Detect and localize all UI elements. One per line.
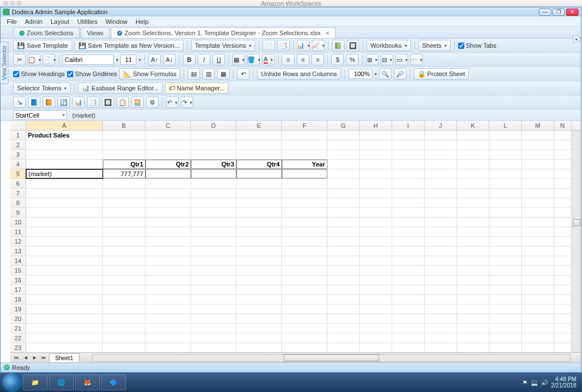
col-header-C[interactable]: C: [146, 121, 191, 130]
cell-H19[interactable]: [360, 305, 392, 314]
cell-G3[interactable]: [327, 150, 360, 159]
cell-G12[interactable]: [327, 237, 360, 246]
font-family-input[interactable]: [63, 55, 114, 65]
cell-K22[interactable]: [457, 333, 489, 343]
cell-D10[interactable]: [191, 218, 236, 227]
undo-button[interactable]: ↶: [237, 68, 250, 80]
cell-K15[interactable]: [457, 266, 489, 275]
cell-N20[interactable]: [554, 314, 571, 323]
cell-D8[interactable]: [191, 198, 236, 207]
row-header-20[interactable]: 20: [10, 314, 26, 323]
cell-F18[interactable]: [282, 295, 327, 304]
cell-A15[interactable]: [26, 266, 103, 275]
cell-F3[interactable]: [282, 150, 327, 159]
row-header-16[interactable]: 16: [10, 276, 26, 285]
show-formulas-button[interactable]: 📐 Show Formulas: [119, 68, 180, 80]
cell-I16[interactable]: [392, 276, 425, 285]
cell-F12[interactable]: [282, 237, 327, 246]
cell-H2[interactable]: [360, 140, 392, 149]
cell-M14[interactable]: [522, 256, 554, 265]
cell-E21[interactable]: [236, 324, 282, 333]
taskbar-explorer[interactable]: 📁: [23, 374, 48, 390]
cell-B16[interactable]: [103, 276, 146, 285]
cut-button[interactable]: ✂: [13, 54, 26, 65]
cell-M13[interactable]: [522, 247, 554, 256]
cell-F21[interactable]: [282, 324, 327, 333]
cell-K23[interactable]: [457, 343, 489, 352]
cell-L7[interactable]: [489, 189, 522, 198]
row-header-12[interactable]: 12: [10, 237, 26, 246]
cell-M18[interactable]: [522, 295, 554, 304]
cell-N3[interactable]: [554, 150, 571, 159]
cell-D4[interactable]: Qtr3: [191, 160, 236, 169]
start-button[interactable]: [2, 373, 22, 392]
cell-K13[interactable]: [457, 247, 489, 256]
cell-J19[interactable]: [425, 305, 457, 314]
cell-A13[interactable]: [26, 247, 103, 256]
cell-G14[interactable]: [327, 256, 360, 265]
cell-H6[interactable]: [360, 179, 392, 188]
cell-C15[interactable]: [146, 266, 191, 275]
sheet-tab-sheet1[interactable]: Sheet1: [49, 353, 80, 362]
cell-M22[interactable]: [522, 333, 554, 343]
freeze-icon-1[interactable]: ▤: [188, 68, 200, 80]
cell-E17[interactable]: [236, 285, 282, 294]
cell-L23[interactable]: [489, 343, 522, 352]
cell-N18[interactable]: [554, 295, 571, 304]
cell-H15[interactable]: [360, 266, 392, 275]
cell-G10[interactable]: [327, 218, 360, 227]
col-header-M[interactable]: M: [522, 121, 554, 130]
cell-B18[interactable]: [103, 295, 146, 304]
cell-A11[interactable]: [26, 227, 103, 236]
cell-H17[interactable]: [360, 285, 392, 294]
cell-H8[interactable]: [360, 198, 392, 207]
cell-K14[interactable]: [457, 256, 489, 265]
cell-K12[interactable]: [457, 237, 489, 246]
cell-L3[interactable]: [489, 150, 522, 159]
col-header-J[interactable]: J: [425, 121, 457, 130]
cell-C13[interactable]: [146, 247, 191, 256]
cell-E16[interactable]: [236, 276, 282, 285]
cell-C8[interactable]: [146, 198, 191, 207]
cell-C17[interactable]: [146, 285, 191, 294]
cell-E1[interactable]: [236, 131, 282, 140]
cell-C23[interactable]: [146, 343, 191, 352]
cell-K21[interactable]: [457, 324, 489, 333]
cell-A19[interactable]: [26, 305, 103, 314]
cell-E3[interactable]: [236, 150, 282, 159]
tool-icon-1[interactable]: 📄: [263, 40, 275, 51]
cell-I18[interactable]: [392, 295, 425, 304]
cell-M23[interactable]: [522, 343, 554, 352]
cell-M17[interactable]: [522, 285, 554, 294]
cell-H16[interactable]: [360, 276, 392, 285]
cell-D11[interactable]: [191, 227, 236, 236]
cell-D5[interactable]: [191, 169, 236, 178]
cell-G16[interactable]: [327, 276, 360, 285]
cell-B2[interactable]: [103, 140, 146, 149]
cell-K6[interactable]: [457, 179, 489, 188]
cell-E11[interactable]: [236, 227, 282, 236]
row-header-1[interactable]: 1: [10, 131, 26, 140]
cell-B20[interactable]: [103, 314, 146, 323]
font-color-button[interactable]: A: [262, 54, 275, 65]
cell-M8[interactable]: [522, 198, 554, 207]
cell-M2[interactable]: [522, 140, 554, 149]
cell-B5[interactable]: 777,777: [103, 169, 146, 178]
cell-E20[interactable]: [236, 314, 282, 323]
menu-utilities[interactable]: Utilities: [73, 18, 101, 25]
cell-M1[interactable]: [522, 131, 554, 140]
cell-C4[interactable]: Qtr2: [146, 160, 191, 169]
cell-E6[interactable]: [236, 179, 282, 188]
zoom-in-button[interactable]: 🔍: [379, 68, 392, 80]
cell-M11[interactable]: [522, 227, 554, 236]
formula-bar[interactable]: (market): [69, 110, 581, 120]
italic-button[interactable]: I: [198, 54, 210, 65]
cell-E23[interactable]: [236, 343, 282, 352]
cell-A7[interactable]: [26, 189, 103, 198]
tray-volume-icon[interactable]: 🔊: [541, 380, 548, 386]
cell-J16[interactable]: [425, 276, 457, 285]
cell-A17[interactable]: [26, 285, 103, 294]
ess-icon-7[interactable]: 🔲: [102, 97, 114, 108]
cell-A10[interactable]: [26, 218, 103, 227]
ess-icon-1[interactable]: ↘: [13, 97, 26, 108]
